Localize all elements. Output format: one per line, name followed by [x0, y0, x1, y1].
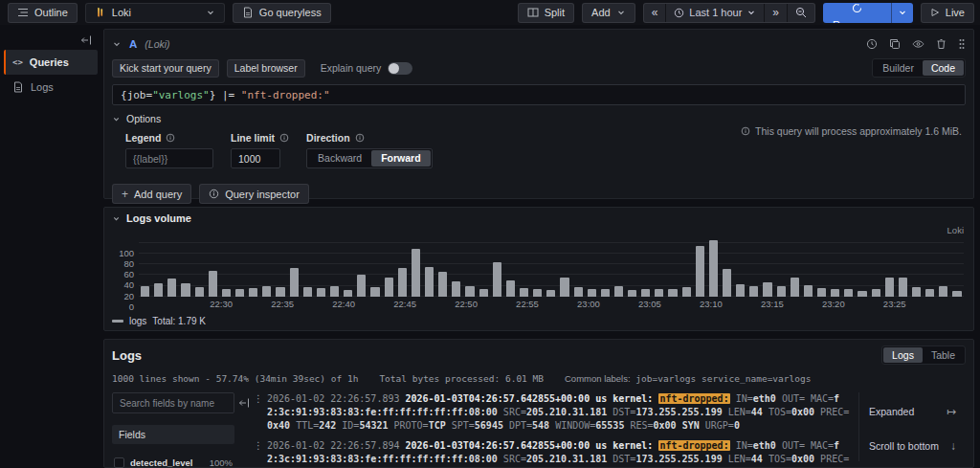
logs-panel: Logs Logs Table 1000 lines shown - 57.74… — [103, 339, 974, 468]
time-range-button[interactable]: Last 1 hour — [666, 4, 765, 22]
split-label: Split — [545, 7, 565, 18]
volume-bar — [628, 290, 636, 297]
log-field-key: PREC= — [820, 454, 849, 464]
view-table-button[interactable]: Table — [923, 347, 964, 363]
query-selector-open: { — [121, 89, 127, 101]
live-play-icon — [930, 8, 940, 17]
add-query-button[interactable]: + Add query — [112, 184, 191, 204]
split-button[interactable]: Split — [518, 3, 574, 23]
volume-bar — [344, 290, 352, 297]
log-row-menu-icon[interactable]: ⋮ — [254, 392, 263, 433]
live-label: Live — [946, 7, 965, 18]
explain-query-toggle[interactable] — [388, 62, 412, 75]
chevron-down-icon — [898, 8, 907, 17]
time-shift-back-button[interactable]: « — [644, 4, 667, 22]
log-field-value: 205.210.31.181 — [526, 407, 607, 417]
refresh-icon — [852, 3, 862, 13]
eye-icon[interactable] — [912, 38, 924, 50]
datasource-picker[interactable]: Loki — [85, 3, 225, 23]
log-field-key: IN= — [736, 440, 753, 451]
field-checkbox[interactable] — [114, 457, 124, 468]
run-query-button[interactable]: Run query — [823, 3, 891, 23]
query-inspector-label: Query inspector — [225, 189, 300, 200]
chevron-down-icon — [206, 8, 215, 17]
line-limit-input[interactable] — [231, 148, 280, 168]
go-queryless-button[interactable]: Go queryless — [233, 3, 331, 23]
expanded-control[interactable]: Expanded ↦ — [859, 394, 966, 429]
query-inspector-button[interactable]: Query inspector — [199, 184, 309, 204]
kick-start-query-button[interactable]: Kick start your query — [112, 59, 219, 78]
scroll-to-bottom-control[interactable]: Scroll to bottom ↓ — [859, 429, 966, 463]
time-range-label: Last 1 hour — [689, 7, 742, 18]
x-tick-label: 23:20 — [822, 299, 845, 309]
collapse-fields-icon[interactable] — [238, 397, 250, 461]
info-icon — [166, 133, 175, 143]
grafana-explore: Outline Loki Go queryless Split Add — [0, 0, 980, 468]
time-shift-forward-button[interactable]: » — [765, 4, 788, 22]
volume-bar — [912, 287, 921, 297]
sidebar-item-logs[interactable]: Logs — [4, 75, 98, 100]
live-button[interactable]: Live — [921, 3, 974, 23]
zoom-out-button[interactable] — [788, 4, 814, 22]
drag-handle-icon[interactable] — [958, 38, 966, 50]
volume-bar — [276, 287, 284, 297]
outline-label: Outline — [34, 7, 68, 18]
logs-meta-row: 1000 lines shown - 57.74% (34min 39sec) … — [112, 373, 966, 384]
mode-code-button[interactable]: Code — [923, 60, 964, 76]
toolbar-left: Outline Loki Go queryless — [8, 3, 331, 23]
log-timestamp: 2026-01-02 22:26:57.894 — [267, 440, 406, 451]
volume-bar — [763, 282, 771, 297]
run-query-dropdown-button[interactable] — [891, 3, 913, 23]
field-item-detected-level[interactable]: detected_level 100% — [112, 457, 234, 468]
volume-bar — [533, 289, 542, 297]
log-token: SYN — [682, 420, 700, 431]
log-row-menu-icon[interactable]: ⋮ — [254, 439, 263, 468]
volume-bar — [317, 288, 325, 297]
bytes-processed-stat: Total bytes processed: 6.01 MB — [379, 373, 544, 384]
sidebar-item-queries[interactable]: <> Queries — [4, 50, 98, 75]
query-code-input[interactable]: {job="varlogs"} |= "nft-dropped:" — [112, 84, 966, 105]
options-header[interactable]: Options — [112, 113, 966, 124]
log-field-value: eth0 — [753, 440, 776, 451]
direction-backward-button[interactable]: Backward — [308, 150, 371, 167]
query-filter-string: "nft-dropped:" — [241, 89, 330, 101]
explain-query-label: Explain query — [321, 62, 382, 74]
field-name: detected_level — [130, 457, 192, 468]
label-browser-button[interactable]: Label browser — [227, 59, 305, 78]
legend-input[interactable] — [125, 148, 213, 168]
add-button[interactable]: Add — [582, 3, 635, 23]
log-row[interactable]: ⋮2026-01-02 22:26:57.894 2026-01-03T04:2… — [254, 439, 851, 468]
sort-order-control[interactable]: Oldest logs first — [859, 463, 966, 468]
log-field-key: ID= — [342, 420, 359, 431]
log-field-key: IN= — [736, 393, 753, 404]
chevron-down-icon[interactable] — [112, 39, 122, 49]
volume-bar — [438, 272, 447, 297]
log-row[interactable]: ⋮2026-01-02 22:26:57.893 2026-01-03T04:2… — [254, 392, 851, 433]
view-logs-button[interactable]: Logs — [883, 347, 923, 363]
volume-bar — [357, 275, 366, 297]
search-fields-input[interactable] — [112, 392, 234, 413]
copy-icon[interactable] — [889, 38, 901, 50]
log-field-value: 242 — [319, 420, 336, 431]
y-tick-label: 60 — [123, 269, 134, 279]
query-ref-id[interactable]: A — [129, 38, 137, 50]
collapse-sidebar-icon[interactable] — [75, 31, 98, 50]
trash-icon[interactable] — [936, 38, 947, 50]
log-field-key: OUT= — [782, 440, 805, 451]
common-labels-values: job=varlogs service_name=varlogs — [635, 373, 811, 384]
logs-volume-header[interactable]: Logs volume — [112, 212, 966, 224]
direction-forward-button[interactable]: Forward — [371, 150, 430, 167]
log-field-key: OUT= — [782, 393, 805, 404]
panel-attribution: Loki — [947, 225, 964, 235]
info-icon — [279, 133, 289, 143]
legend-series-name[interactable]: logs — [129, 316, 146, 326]
scroll-to-bottom-label: Scroll to bottom — [869, 440, 939, 452]
volume-bar — [899, 278, 907, 297]
log-field-value: 173.255.255.199 — [635, 407, 722, 417]
outline-button[interactable]: Outline — [8, 3, 78, 23]
logs-volume-title: Logs volume — [126, 212, 191, 224]
mode-builder-button[interactable]: Builder — [874, 60, 923, 76]
history-icon[interactable] — [866, 38, 878, 50]
zoom-out-icon — [795, 7, 807, 18]
main-column: A (Loki) Kick start your query Label bro… — [103, 29, 974, 468]
